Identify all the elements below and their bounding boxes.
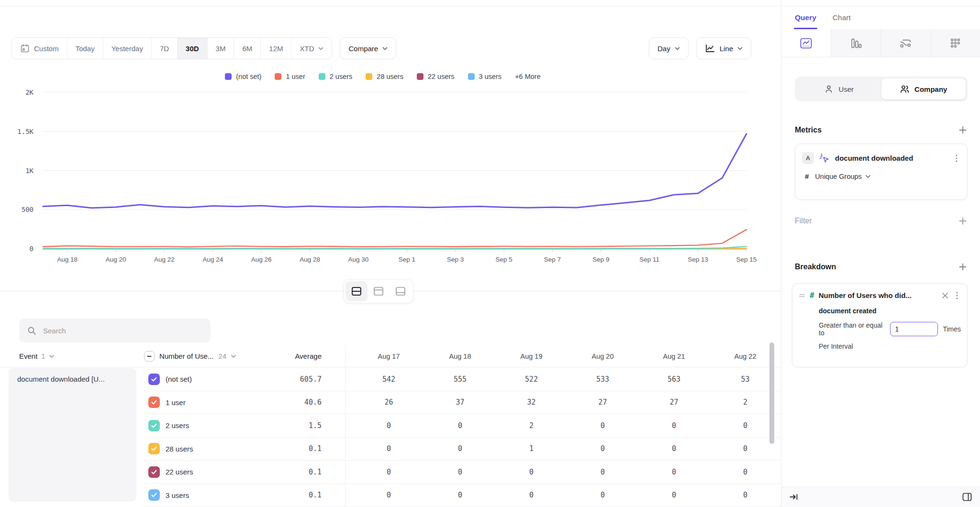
panel-footer [781, 486, 980, 507]
range-12m-button[interactable]: 12M [261, 38, 291, 59]
measure-label: Unique Groups [815, 173, 862, 180]
checkbox-checked-icon[interactable] [148, 443, 160, 454]
breakdown-title: Breakdown [795, 263, 836, 271]
series-label: 22 users [166, 468, 193, 476]
chart-type-line[interactable] [781, 29, 831, 57]
series-header-label: Number of Use... [159, 352, 213, 360]
chart-type-matrix[interactable] [931, 29, 980, 57]
date-value: 0 [353, 444, 424, 453]
series-cell[interactable]: (not set)605.7 [144, 374, 334, 385]
close-icon[interactable] [941, 292, 949, 299]
date-value: 27 [638, 398, 710, 407]
date-value: 0 [567, 444, 638, 453]
breakdown-property-name[interactable]: Number of Users who did... [819, 291, 937, 299]
average-value: 0.1 [309, 468, 334, 476]
x-axis-label: Sep 9 [592, 256, 609, 263]
date-value: 0 [424, 444, 496, 453]
checkbox-checked-icon[interactable] [148, 420, 160, 431]
range-30d-button[interactable]: 30D [178, 38, 208, 59]
drag-handle-icon[interactable] [799, 293, 805, 298]
event-cell[interactable]: document downloaded [U... [9, 368, 136, 502]
select-all-checkbox[interactable] [144, 351, 155, 362]
date-value: 0 [710, 468, 781, 476]
range-custom-button[interactable]: Custom [12, 38, 67, 59]
chevron-down-icon[interactable] [231, 355, 236, 358]
toolbar-right-group: Day Line [649, 37, 751, 59]
chart-toolbar: CustomTodayYesterday7D30D3M6M12MXTD Comp… [11, 37, 751, 59]
vertical-scrollbar[interactable] [769, 342, 774, 444]
range-xtd-button[interactable]: XTD [291, 38, 332, 59]
date-values: 000000 [334, 491, 781, 499]
chart-type-flow[interactable] [881, 29, 931, 57]
metric-event-name[interactable]: document downloaded [835, 154, 947, 162]
range-label: 6M [242, 44, 252, 53]
compare-button[interactable]: Compare [340, 37, 396, 59]
range-label: Yesterday [111, 44, 143, 53]
measure-dropdown[interactable]: Unique Groups [815, 173, 870, 180]
range-6m-button[interactable]: 6M [234, 38, 261, 59]
x-axis-label: Aug 28 [300, 256, 320, 263]
average-value: 0.1 [309, 491, 334, 499]
layout-bottom-button[interactable] [390, 281, 412, 301]
layout-split-button[interactable] [345, 281, 368, 301]
collapse-panel-icon[interactable] [789, 493, 799, 501]
series-line [43, 134, 746, 208]
series-cell[interactable]: 3 users0.1 [144, 489, 334, 501]
series-count: 24 [218, 352, 226, 360]
layout-top-button[interactable] [368, 281, 390, 301]
tab-query[interactable]: Query [795, 6, 816, 29]
date-value: 0 [424, 421, 496, 430]
series-cell[interactable]: 28 users0.1 [144, 443, 334, 454]
kebab-menu-icon[interactable] [953, 154, 960, 163]
date-value: 0 [567, 491, 638, 499]
chart-type-dropdown[interactable]: Line [696, 37, 751, 59]
range-3m-button[interactable]: 3M [208, 38, 234, 59]
date-value: 0 [567, 421, 638, 430]
series-cell[interactable]: 22 users0.1 [144, 466, 334, 478]
checkbox-checked-icon[interactable] [148, 397, 160, 408]
bar-chart-icon [849, 37, 862, 50]
search-input[interactable] [42, 326, 203, 335]
date-value: 0 [496, 468, 567, 476]
date-value: 555 [424, 375, 496, 384]
checkbox-checked-icon[interactable] [148, 489, 160, 501]
chart-type-bar[interactable] [831, 29, 881, 57]
x-axis-label: Sep 5 [495, 256, 512, 263]
x-axis-label: Aug 24 [202, 256, 223, 263]
tab-chart[interactable]: Chart [833, 6, 851, 29]
series-cell[interactable]: 2 users1.5 [144, 420, 334, 431]
breakdown-event-name[interactable]: document created [819, 307, 961, 315]
series-label: (not set) [166, 375, 192, 383]
metrics-section-header: Metrics [795, 125, 968, 135]
kebab-menu-icon[interactable] [953, 291, 961, 300]
range-yesterday-button[interactable]: Yesterday [103, 38, 152, 59]
date-value: 0 [638, 491, 710, 499]
range-today-button[interactable]: Today [67, 38, 103, 59]
date-value: 0 [638, 468, 710, 476]
checkbox-checked-icon[interactable] [148, 374, 160, 385]
date-value: 2 [496, 421, 567, 430]
date-values: 002000 [334, 421, 781, 430]
series-cell[interactable]: 1 user40.6 [144, 397, 334, 408]
condition-value-input[interactable] [890, 322, 938, 336]
interval-dropdown[interactable]: Day [649, 37, 689, 59]
filter-section-header: Filter [795, 216, 968, 226]
event-column-header[interactable]: Event 1 [0, 352, 139, 360]
side-panel-icon[interactable] [962, 492, 972, 502]
search-icon [27, 326, 36, 335]
compare-label: Compare [348, 44, 378, 53]
date-column-header: Aug 17 [353, 353, 424, 360]
scope-company[interactable]: Company [881, 78, 966, 99]
add-filter-button[interactable] [958, 216, 968, 226]
scope-user[interactable]: User [797, 78, 881, 99]
people-icon [900, 84, 910, 94]
scope-toggle: User Company [795, 77, 968, 101]
range-7d-button[interactable]: 7D [152, 38, 178, 59]
average-value: 0.1 [309, 444, 334, 453]
checkbox-checked-icon[interactable] [148, 466, 160, 478]
x-axis-label: Sep 15 [736, 256, 757, 263]
top-divider [0, 6, 980, 6]
add-breakdown-button[interactable] [958, 262, 968, 272]
top-view-icon [373, 286, 384, 297]
add-metric-button[interactable] [958, 125, 968, 135]
